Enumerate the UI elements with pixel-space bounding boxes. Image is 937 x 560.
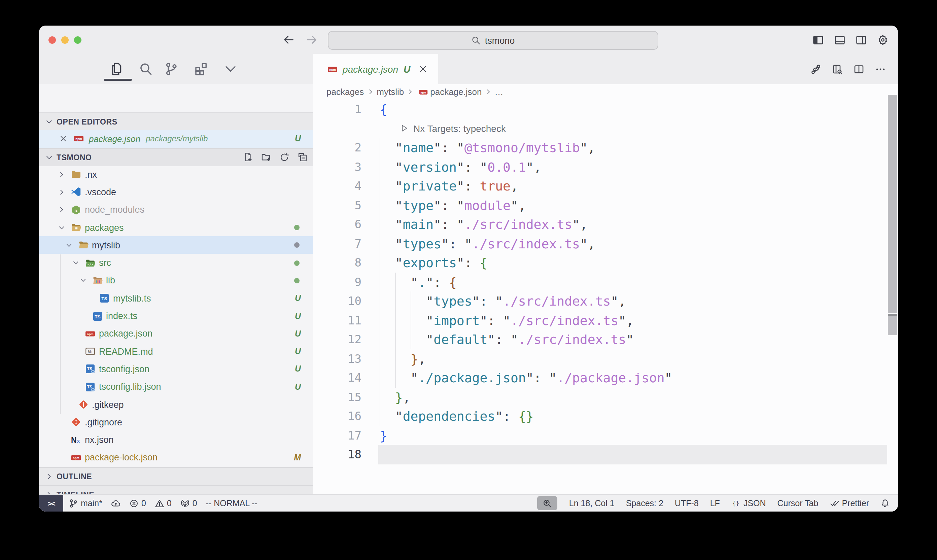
code-line-9[interactable]: 9 ".": { [313, 272, 887, 291]
folder-src-icon: </> [85, 257, 95, 268]
code-line-13[interactable]: 13 }, [313, 349, 887, 368]
close-editor-icon[interactable] [59, 135, 67, 143]
tree-row-tsconfig-lib-json[interactable]: TStsconfig.lib.jsonU [39, 378, 313, 396]
npm-icon: npm [73, 134, 84, 145]
zoom-window-button[interactable] [74, 36, 82, 44]
chev-right-icon [58, 188, 65, 196]
tree-row--gitkeep[interactable]: .gitkeep [39, 396, 313, 414]
status-item-0[interactable]: 0 [129, 498, 146, 508]
tree-row-src[interactable]: </>src [39, 254, 313, 272]
layout-sidebar-left-icon[interactable] [812, 34, 824, 45]
status-item-0[interactable]: 0 [155, 498, 172, 508]
activity-extensions-icon[interactable] [194, 62, 208, 76]
explorer-section-header[interactable]: TSMONO [39, 148, 313, 166]
activity-more-views-icon[interactable] [223, 62, 238, 76]
layout-panel-bottom-icon[interactable] [834, 34, 845, 45]
tree-row-tsconfig-json[interactable]: TStsconfig.jsonU [39, 360, 313, 378]
git-status-badge: U [295, 347, 301, 356]
scrollbar-thumb-end[interactable] [888, 316, 897, 335]
close-window-button[interactable] [48, 36, 56, 44]
code-text: { [380, 100, 388, 119]
tree-row-index-ts[interactable]: TSindex.tsU [39, 307, 313, 325]
activity-source-control-icon[interactable] [164, 62, 178, 76]
line-number: 15 [333, 387, 362, 406]
line-number: 8 [333, 253, 362, 272]
tree-row-package-lock-json[interactable]: npmpackage-lock.jsonM [39, 449, 313, 467]
tree-row-mytslib[interactable]: mytslib [39, 236, 313, 254]
code-line-10[interactable]: 10 "types": "./src/index.ts", [313, 291, 887, 311]
tree-row-nx-json[interactable]: Nxnx.json [39, 431, 313, 449]
open-editors-section-header[interactable]: OPEN EDITORS [39, 112, 313, 131]
code-line-14[interactable]: 14 "./package.json": "./package.json" [313, 368, 887, 387]
tree-row--gitignore[interactable]: .gitignore [39, 413, 313, 431]
code-line-8[interactable]: 8 "exports": { [313, 253, 887, 272]
status-item[interactable] [537, 496, 558, 510]
tree-row-package-json[interactable]: npmpackage.jsonU [39, 325, 313, 343]
tree-row-mytslib-ts[interactable]: TSmytslib.tsU [39, 289, 313, 307]
status-item[interactable] [111, 498, 120, 508]
status-item-label: main* [81, 498, 102, 508]
layout-sidebar-right-icon[interactable] [855, 34, 867, 45]
activity-explorer-icon[interactable] [109, 62, 123, 76]
status-item-lf[interactable]: LF [710, 498, 720, 508]
status-item-utf-8[interactable]: UTF-8 [675, 498, 699, 508]
status-item-cursor-tab[interactable]: Cursor Tab [777, 498, 819, 508]
navigate-back-button[interactable] [283, 34, 295, 46]
new-file-icon[interactable] [243, 152, 253, 163]
section-header-outline[interactable]: OUTLINE [39, 467, 313, 486]
code-line-12[interactable]: 12 "default": "./src/index.ts" [313, 330, 887, 349]
status-item-main-[interactable]: main* [69, 498, 102, 508]
open-editor-item[interactable]: npm package.json packages/mytslib U [39, 130, 313, 148]
status-item-label: Ln 18, Col 1 [569, 498, 615, 508]
line-number: 14 [333, 368, 362, 387]
code-line-16[interactable]: 16 "dependencies": {} [313, 406, 887, 426]
code-line-17[interactable]: 17} [313, 426, 887, 445]
status-item[interactable] [880, 498, 890, 508]
tree-row-readme-md[interactable]: M↓README.mdU [39, 343, 313, 360]
minimize-window-button[interactable] [61, 36, 69, 44]
line-number: 6 [333, 215, 362, 234]
command-center-search[interactable]: tsmono [328, 31, 659, 50]
git-status-badge: U [295, 382, 301, 391]
chevron-down-icon [45, 118, 53, 126]
status-item--normal-[interactable]: -- NORMAL -- [206, 498, 257, 508]
tree-row--vscode[interactable]: .vscode [39, 183, 313, 201]
scrollbar-thumb[interactable] [888, 95, 897, 313]
tree-row-node-modules[interactable]: jsnode_modules [39, 201, 313, 219]
line-number: 13 [333, 349, 362, 368]
gear-icon[interactable] [877, 34, 889, 45]
navigate-forward-button[interactable] [306, 34, 318, 46]
collapse-all-icon[interactable] [297, 152, 308, 163]
status-item-label: JSON [743, 498, 766, 508]
tree-item-label: .gitignore [85, 417, 122, 428]
tree-row-packages[interactable]: packages [39, 219, 313, 237]
code-line-15[interactable]: 15 }, [313, 387, 887, 406]
tree-row-lib[interactable]: lib [39, 272, 313, 290]
status-item-prettier[interactable]: Prettier [829, 498, 869, 508]
code-line-4[interactable]: 4 "private": true, [313, 176, 887, 195]
code-text: "private": true, [380, 176, 518, 195]
code-line-2[interactable]: 2 "name": "@tsmono/mytslib", [313, 138, 887, 157]
status-item-0[interactable]: 0 [180, 498, 197, 508]
code-area[interactable]: 1{Nx Targets: typecheck2 "name": "@tsmon… [313, 54, 887, 495]
status-item-label: LF [710, 498, 720, 508]
activity-search-icon[interactable] [138, 62, 153, 76]
new-folder-icon[interactable] [261, 152, 271, 163]
status-item-ln-18-col-1[interactable]: Ln 18, Col 1 [569, 498, 615, 508]
code-line-5[interactable]: 5 "type": "module", [313, 195, 887, 215]
code-line-11[interactable]: 11 "import": "./src/index.ts", [313, 311, 887, 330]
status-item-json[interactable]: {}JSON [731, 498, 766, 508]
code-line-7[interactable]: 7 "types": "./src/index.ts", [313, 234, 887, 253]
status-item-spaces-2[interactable]: Spaces: 2 [626, 498, 663, 508]
code-text: "version": "0.0.1", [380, 157, 542, 176]
code-line-6[interactable]: 6 "main": "./src/index.ts", [313, 215, 887, 234]
code-line-1[interactable]: 1{ [313, 100, 887, 119]
tree-row--nx[interactable]: .nx [39, 166, 313, 183]
line-number: 1 [333, 100, 362, 119]
code-line-3[interactable]: 3 "version": "0.0.1", [313, 157, 887, 176]
remote-indicator[interactable]: >< [39, 495, 63, 512]
status-item-label: 0 [192, 498, 197, 508]
code-lens[interactable]: Nx Targets: typecheck [400, 119, 506, 138]
code-line-18[interactable]: 18 [313, 445, 887, 464]
refresh-icon[interactable] [279, 152, 289, 163]
